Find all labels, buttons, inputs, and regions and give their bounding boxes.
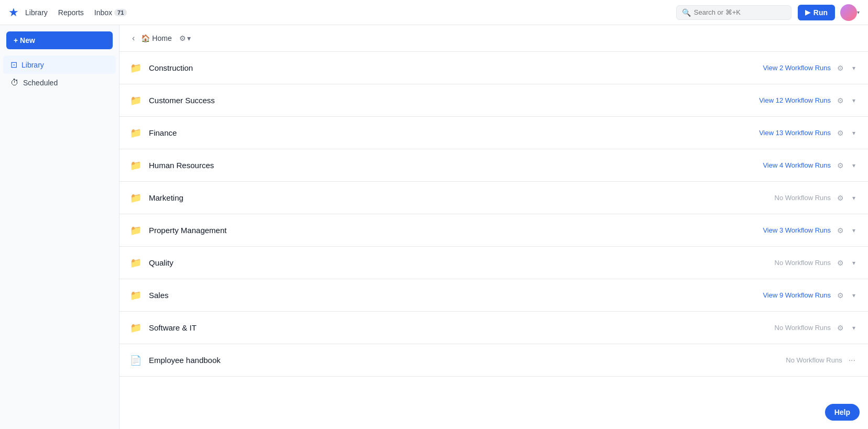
view-workflow-runs-link[interactable]: View 12 Workflow Runs: [759, 96, 831, 104]
row-actions: View 4 Workflow Runs⚙▾: [763, 159, 858, 172]
help-button[interactable]: Help: [825, 404, 860, 421]
library-item-name: Quality: [149, 258, 775, 267]
row-expand-button[interactable]: ▾: [850, 290, 858, 301]
folder-icon: 📁: [130, 257, 142, 269]
row-expand-button[interactable]: ▾: [850, 127, 858, 139]
folder-icon: 📁: [130, 127, 142, 139]
no-workflow-runs-label: No Workflow Runs: [775, 324, 831, 332]
library-item-name: Marketing: [149, 193, 775, 202]
library-row: 📁MarketingNo Workflow Runs⚙▾: [120, 182, 868, 214]
view-workflow-runs-link[interactable]: View 9 Workflow Runs: [763, 291, 831, 299]
app-logo: ★: [8, 6, 19, 19]
row-actions: No Workflow Runs···: [786, 354, 858, 367]
row-expand-button[interactable]: ▾: [850, 160, 858, 171]
folder-icon: 📁: [130, 192, 142, 204]
inbox-label: Inbox: [94, 8, 112, 17]
library-row: 📁Software & ITNo Workflow Runs⚙▾: [120, 312, 868, 344]
library-row: 📁SalesView 9 Workflow Runs⚙▾: [120, 279, 868, 312]
row-expand-button[interactable]: ▾: [850, 257, 858, 269]
library-item-name: Software & IT: [149, 323, 775, 332]
home-label: Home: [152, 34, 171, 42]
nav-library[interactable]: Library: [25, 8, 48, 17]
folder-icon: 📁: [130, 322, 142, 334]
sidebar-item-scheduled[interactable]: ⏱ Scheduled: [3, 74, 116, 92]
row-settings-button[interactable]: ⚙: [835, 289, 846, 302]
sidebar-item-library[interactable]: ⊡ Library: [3, 56, 116, 74]
row-settings-button[interactable]: ⚙: [835, 322, 846, 334]
library-icon: ⊡: [10, 60, 17, 70]
header-settings-icon: ⚙: [179, 34, 186, 42]
row-expand-button[interactable]: ▾: [850, 225, 858, 236]
view-workflow-runs-link[interactable]: View 4 Workflow Runs: [763, 161, 831, 169]
row-actions: No Workflow Runs⚙▾: [775, 257, 858, 269]
library-item-name: Finance: [149, 128, 759, 137]
sidebar: + New ⊡ Library ⏱ Scheduled: [0, 25, 120, 429]
row-settings-button[interactable]: ⚙: [835, 94, 846, 107]
view-workflow-runs-link[interactable]: View 2 Workflow Runs: [763, 64, 831, 72]
header-settings-chevron-icon: ▾: [187, 34, 191, 42]
folder-icon: 📁: [130, 225, 142, 236]
row-settings-button[interactable]: ⚙: [835, 192, 846, 204]
row-expand-button[interactable]: ▾: [850, 322, 858, 334]
home-link[interactable]: 🏠 Home: [141, 34, 171, 42]
library-row: 📁ConstructionView 2 Workflow Runs⚙▾: [120, 52, 868, 84]
library-row: 📁QualityNo Workflow Runs⚙▾: [120, 247, 868, 279]
row-more-button[interactable]: ···: [847, 354, 858, 367]
view-workflow-runs-link[interactable]: View 13 Workflow Runs: [759, 129, 831, 137]
no-workflow-runs-label: No Workflow Runs: [786, 356, 842, 364]
main-layout: + New ⊡ Library ⏱ Scheduled ‹ 🏠 Home ⚙ ▾…: [0, 25, 868, 429]
library-list: 📁ConstructionView 2 Workflow Runs⚙▾📁Cust…: [120, 52, 868, 377]
row-actions: View 13 Workflow Runs⚙▾: [759, 127, 858, 139]
inbox-link[interactable]: Inbox 71: [94, 8, 127, 17]
library-row: 📄Employee handbookNo Workflow Runs···: [120, 344, 868, 377]
row-expand-button[interactable]: ▾: [850, 95, 858, 106]
no-workflow-runs-label: No Workflow Runs: [775, 259, 831, 267]
search-box[interactable]: 🔍: [676, 5, 791, 20]
folder-icon: 📁: [130, 95, 142, 106]
row-actions: View 2 Workflow Runs⚙▾: [763, 62, 858, 74]
row-settings-button[interactable]: ⚙: [835, 257, 846, 269]
new-button[interactable]: + New: [6, 31, 113, 49]
content-area: ‹ 🏠 Home ⚙ ▾ 📁ConstructionView 2 Workflo…: [120, 25, 868, 429]
run-play-icon: ▶: [805, 8, 810, 16]
no-workflow-runs-label: No Workflow Runs: [775, 194, 831, 202]
row-expand-button[interactable]: ▾: [850, 192, 858, 204]
library-item-name: Construction: [149, 63, 763, 72]
library-row: 📁Property ManagementView 3 Workflow Runs…: [120, 214, 868, 247]
document-icon: 📄: [130, 355, 142, 366]
folder-icon: 📁: [130, 290, 142, 301]
scheduled-icon: ⏱: [10, 78, 19, 87]
inbox-count: 71: [114, 9, 127, 16]
library-item-name: Human Resources: [149, 161, 763, 170]
row-settings-button[interactable]: ⚙: [835, 127, 846, 139]
content-header: ‹ 🏠 Home ⚙ ▾: [120, 25, 868, 52]
sidebar-item-library-label: Library: [21, 61, 44, 69]
avatar-chevron-icon[interactable]: ▾: [857, 9, 860, 15]
row-settings-button[interactable]: ⚙: [835, 224, 846, 237]
row-actions: No Workflow Runs⚙▾: [775, 192, 858, 204]
row-expand-button[interactable]: ▾: [850, 62, 858, 74]
search-input[interactable]: [694, 8, 786, 16]
library-row: 📁Customer SuccessView 12 Workflow Runs⚙▾: [120, 84, 868, 117]
collapse-button[interactable]: ‹: [130, 31, 137, 45]
row-actions: View 3 Workflow Runs⚙▾: [763, 224, 858, 237]
view-workflow-runs-link[interactable]: View 3 Workflow Runs: [763, 226, 831, 234]
nav-reports[interactable]: Reports: [58, 8, 84, 17]
folder-icon: 📁: [130, 62, 142, 74]
sidebar-item-scheduled-label: Scheduled: [23, 79, 58, 87]
run-button[interactable]: ▶ Run: [798, 5, 835, 20]
header-settings-button[interactable]: ⚙ ▾: [176, 32, 194, 45]
row-actions: View 12 Workflow Runs⚙▾: [759, 94, 858, 107]
library-item-name: Property Management: [149, 226, 763, 235]
row-actions: View 9 Workflow Runs⚙▾: [763, 289, 858, 302]
home-icon: 🏠: [141, 34, 150, 42]
row-settings-button[interactable]: ⚙: [835, 62, 846, 74]
library-item-name: Sales: [149, 291, 763, 300]
avatar-image: [840, 4, 857, 21]
search-icon: 🔍: [682, 8, 691, 17]
avatar[interactable]: [840, 4, 857, 21]
library-item-name: Employee handbook: [149, 356, 786, 365]
folder-icon: 📁: [130, 160, 142, 171]
row-settings-button[interactable]: ⚙: [835, 159, 846, 172]
top-navigation: ★ Library Reports Inbox 71 🔍 ▶ Run ▾: [0, 0, 868, 25]
